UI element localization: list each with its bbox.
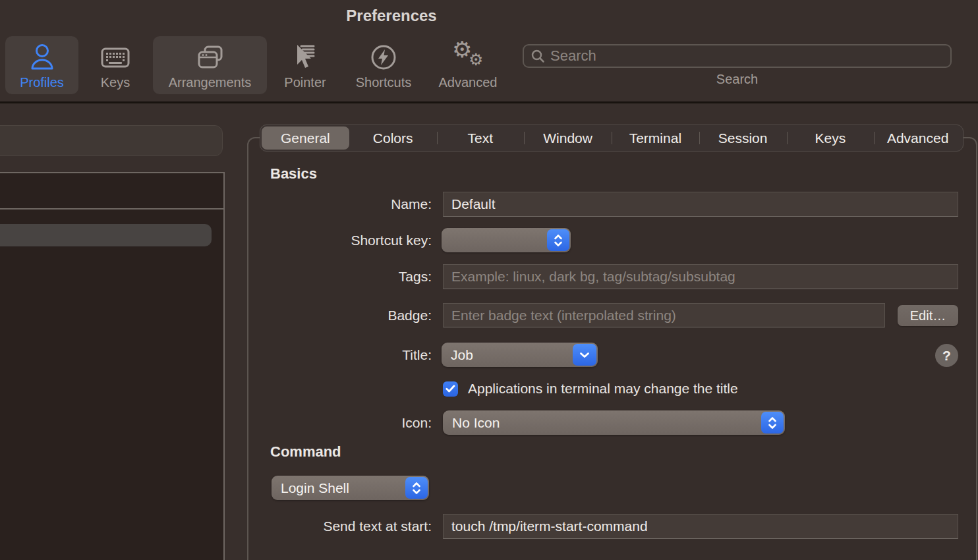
window-title: Preferences <box>0 7 783 25</box>
toolbar-item-keys[interactable]: Keys <box>90 36 141 94</box>
title-popup[interactable]: Job <box>442 343 598 367</box>
profiles-list-header <box>0 173 223 210</box>
tab-general[interactable]: General <box>262 126 349 150</box>
tab-colors[interactable]: Colors <box>349 126 437 150</box>
tab-window[interactable]: Window <box>524 126 612 150</box>
command-heading: Command <box>270 443 341 461</box>
checkbox-checked-icon[interactable] <box>443 381 458 397</box>
search-label: Search <box>523 72 952 87</box>
toolbar-item-label: Arrangements <box>169 74 252 90</box>
down-chevron-icon <box>573 344 596 366</box>
title-value: Job <box>442 347 571 363</box>
profiles-list-selected-row[interactable] <box>0 224 212 246</box>
tags-input[interactable] <box>443 264 958 289</box>
preferences-window: Preferences Profiles Keys <box>0 0 978 560</box>
search-input[interactable] <box>550 47 944 65</box>
shortcut-key-label: Shortcut key: <box>250 228 432 252</box>
updown-chevron-icon <box>761 412 784 434</box>
updown-chevron-icon <box>405 477 428 499</box>
icon-value: No Icon <box>443 415 760 431</box>
profile-tab-bar: General Colors Text Window Terminal Sess… <box>260 125 964 152</box>
send-text-input[interactable] <box>443 514 958 539</box>
updown-chevron-icon <box>547 229 569 251</box>
tab-text[interactable]: Text <box>437 126 525 150</box>
command-popup[interactable]: Login Shell <box>272 476 429 500</box>
shortcut-key-popup[interactable] <box>442 228 571 252</box>
toolbar-item-label: Pointer <box>284 74 326 90</box>
badge-edit-button[interactable]: Edit… <box>898 305 958 326</box>
toolbar-item-advanced[interactable]: ⚙ ⚙ Advanced <box>432 36 503 94</box>
name-label: Name: <box>250 192 432 217</box>
toolbar-item-pointer[interactable]: Pointer <box>279 36 331 94</box>
badge-input[interactable] <box>443 303 885 327</box>
cursor-icon <box>291 40 319 74</box>
person-icon <box>28 40 56 74</box>
tab-session[interactable]: Session <box>699 126 787 150</box>
tab-advanced[interactable]: Advanced <box>874 126 962 150</box>
gears-icon: ⚙ ⚙ <box>451 40 485 74</box>
help-button[interactable]: ? <box>935 344 958 367</box>
toolbar-item-label: Keys <box>101 74 130 90</box>
tags-label: Tags: <box>250 264 432 289</box>
toolbar-item-arrangements[interactable]: Arrangements <box>153 36 267 94</box>
profiles-filter-field[interactable] <box>0 125 223 156</box>
toolbar-search-field[interactable] <box>523 44 952 68</box>
command-value: Login Shell <box>272 480 404 496</box>
icon-popup[interactable]: No Icon <box>443 410 785 435</box>
badge-label: Badge: <box>250 303 432 327</box>
toolbar-item-label: Profiles <box>20 74 64 90</box>
search-icon <box>531 49 545 63</box>
basics-heading: Basics <box>270 165 317 182</box>
windows-icon <box>194 40 226 74</box>
name-input[interactable] <box>443 192 958 217</box>
tab-keys[interactable]: Keys <box>787 126 875 150</box>
title-checkbox-label: Applications in terminal may change the … <box>468 381 738 397</box>
toolbar-item-profiles[interactable]: Profiles <box>5 36 78 94</box>
title-checkbox-row: Applications in terminal may change the … <box>443 381 738 397</box>
toolbar-item-label: Advanced <box>439 74 498 90</box>
toolbar-divider <box>0 101 978 103</box>
send-text-label: Send text at start: <box>250 514 432 539</box>
tab-terminal[interactable]: Terminal <box>612 126 699 150</box>
icon-label: Icon: <box>250 410 432 435</box>
profiles-list[interactable] <box>0 172 225 560</box>
toolbar-item-shortcuts[interactable]: Shortcuts <box>349 36 418 94</box>
toolbar-item-label: Shortcuts <box>356 74 411 90</box>
keyboard-icon <box>100 40 130 74</box>
lightning-icon <box>369 40 398 74</box>
title-label: Title: <box>250 343 432 367</box>
